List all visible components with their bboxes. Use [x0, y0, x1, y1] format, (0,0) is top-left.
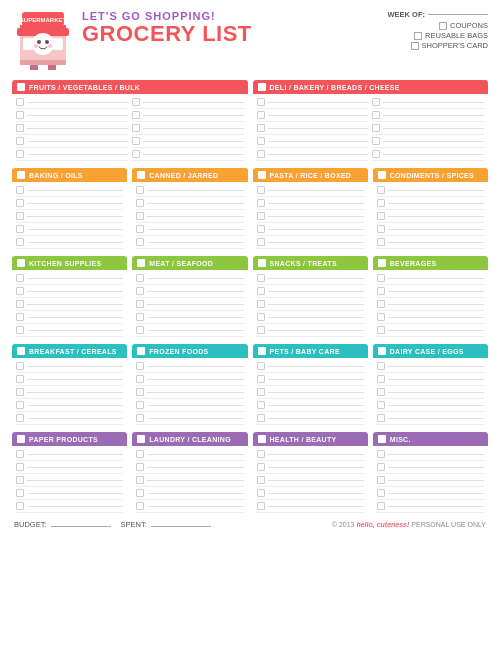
pasta-checkbox[interactable] [258, 171, 266, 179]
item-check[interactable] [257, 300, 265, 308]
item-check[interactable] [257, 287, 265, 295]
list-item[interactable] [377, 184, 484, 197]
list-item[interactable] [377, 236, 484, 249]
check-coupons[interactable]: COUPONS [368, 21, 488, 30]
list-item[interactable] [257, 298, 364, 311]
item-check[interactable] [257, 489, 265, 497]
check-shoppers-card[interactable]: SHOPPER'S CARD [368, 41, 488, 50]
dairy-checkbox[interactable] [378, 347, 386, 355]
item-check[interactable] [16, 375, 24, 383]
list-item[interactable] [257, 135, 369, 148]
list-item[interactable] [257, 474, 364, 487]
item-check[interactable] [372, 98, 380, 106]
list-item[interactable] [377, 298, 484, 311]
list-item[interactable] [257, 223, 364, 236]
list-item[interactable] [16, 298, 123, 311]
list-item[interactable] [16, 386, 123, 399]
pets-checkbox[interactable] [258, 347, 266, 355]
item-check[interactable] [136, 326, 144, 334]
fruits-veg-checkbox[interactable] [17, 83, 25, 91]
item-check[interactable] [136, 313, 144, 321]
item-check[interactable] [132, 124, 140, 132]
list-item[interactable] [257, 500, 364, 513]
list-item[interactable] [257, 184, 364, 197]
item-check[interactable] [16, 137, 24, 145]
list-item[interactable] [16, 360, 123, 373]
beverages-checkbox[interactable] [378, 259, 386, 267]
item-check[interactable] [377, 274, 385, 282]
item-check[interactable] [257, 476, 265, 484]
list-item[interactable] [16, 197, 123, 210]
item-check[interactable] [377, 388, 385, 396]
item-check[interactable] [136, 401, 144, 409]
item-check[interactable] [136, 225, 144, 233]
item-check[interactable] [16, 489, 24, 497]
item-check[interactable] [257, 313, 265, 321]
reusable-bags-checkbox[interactable] [414, 32, 422, 40]
list-item[interactable] [136, 373, 243, 386]
list-item[interactable] [377, 210, 484, 223]
list-item[interactable] [16, 461, 123, 474]
list-item[interactable] [16, 324, 123, 337]
item-check[interactable] [377, 186, 385, 194]
list-item[interactable] [136, 360, 243, 373]
list-item[interactable] [136, 448, 243, 461]
list-item[interactable] [377, 500, 484, 513]
shoppers-card-checkbox[interactable] [411, 42, 419, 50]
list-item[interactable] [16, 148, 128, 161]
item-check[interactable] [377, 238, 385, 246]
item-check[interactable] [16, 388, 24, 396]
item-check[interactable] [16, 502, 24, 510]
baking-checkbox[interactable] [17, 171, 25, 179]
item-check[interactable] [136, 300, 144, 308]
item-check[interactable] [136, 186, 144, 194]
list-item[interactable] [257, 197, 364, 210]
item-check[interactable] [16, 199, 24, 207]
list-item[interactable] [16, 474, 123, 487]
item-check[interactable] [16, 186, 24, 194]
item-check[interactable] [257, 124, 265, 132]
list-item[interactable] [16, 210, 123, 223]
list-item[interactable] [372, 135, 484, 148]
list-item[interactable] [16, 236, 123, 249]
list-item[interactable] [372, 109, 484, 122]
item-check[interactable] [257, 375, 265, 383]
item-check[interactable] [16, 463, 24, 471]
list-item[interactable] [372, 148, 484, 161]
list-item[interactable] [377, 223, 484, 236]
item-check[interactable] [136, 489, 144, 497]
list-item[interactable] [16, 311, 123, 324]
item-check[interactable] [136, 274, 144, 282]
item-check[interactable] [16, 212, 24, 220]
list-item[interactable] [136, 399, 243, 412]
list-item[interactable] [16, 223, 123, 236]
snacks-checkbox[interactable] [258, 259, 266, 267]
list-item[interactable] [16, 399, 123, 412]
list-item[interactable] [16, 412, 123, 425]
item-check[interactable] [136, 362, 144, 370]
list-item[interactable] [257, 399, 364, 412]
item-check[interactable] [377, 476, 385, 484]
item-check[interactable] [257, 463, 265, 471]
list-item[interactable] [257, 311, 364, 324]
meat-checkbox[interactable] [137, 259, 145, 267]
item-check[interactable] [257, 150, 265, 158]
item-check[interactable] [136, 212, 144, 220]
item-check[interactable] [377, 414, 385, 422]
list-item[interactable] [257, 210, 364, 223]
list-item[interactable] [372, 122, 484, 135]
list-item[interactable] [16, 272, 123, 285]
list-item[interactable] [132, 148, 244, 161]
list-item[interactable] [136, 324, 243, 337]
list-item[interactable] [257, 96, 369, 109]
item-check[interactable] [257, 137, 265, 145]
item-check[interactable] [136, 238, 144, 246]
item-check[interactable] [257, 212, 265, 220]
list-item[interactable] [136, 461, 243, 474]
item-check[interactable] [377, 463, 385, 471]
item-check[interactable] [16, 326, 24, 334]
list-item[interactable] [16, 487, 123, 500]
paper-checkbox[interactable] [17, 435, 25, 443]
item-check[interactable] [16, 300, 24, 308]
list-item[interactable] [16, 109, 128, 122]
